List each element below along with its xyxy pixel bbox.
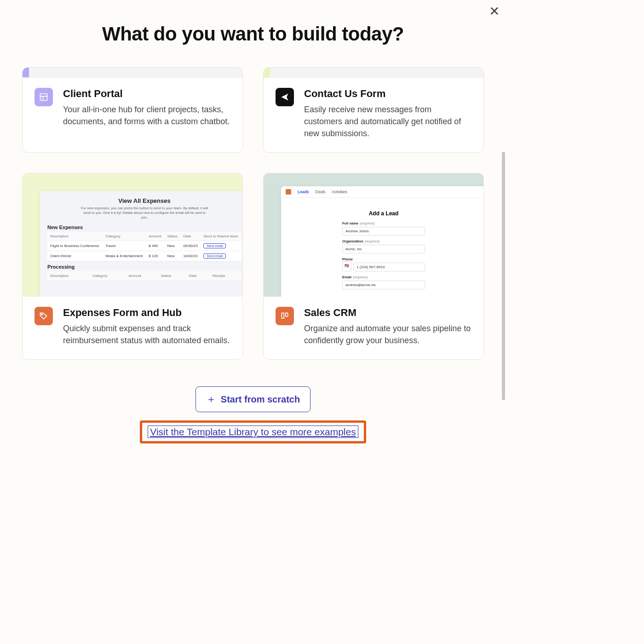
table-row: Flight to Business Conference Travel $ 4… [47,241,242,251]
template-card-client-portal[interactable]: Client Portal Your all-in-one hub for cl… [22,67,243,153]
card-description: Your all-in-one hub for client projects,… [63,104,230,127]
template-card-expenses[interactable]: View All Expenses For new expenses, you … [22,173,243,360]
preview-tabs: Leads Deals Activities [281,186,483,198]
preview-table: Description Category Amount Status Date … [47,271,242,281]
footer: ＋ Start from scratch Visit the Template … [0,386,506,443]
svg-rect-0 [40,94,47,101]
start-from-scratch-button[interactable]: ＋ Start from scratch [196,386,310,412]
send-email-button: Send email [203,253,226,259]
kanban-icon [276,307,294,325]
preview-subtext: For new expenses, you can press the butt… [80,206,209,219]
card-preview: Leads Deals Activities Add a Lead Full n… [264,173,483,297]
template-library-link[interactable]: Visit the Template Library to see more e… [148,426,358,438]
send-email-button: Send email [203,243,226,248]
plus-icon: ＋ [206,392,216,406]
card-description: Quickly submit expenses and track reimbu… [63,322,230,346]
close-icon[interactable]: ✕ [489,4,500,19]
annotation-highlight: Visit the Template Library to see more e… [140,420,366,443]
card-title: Sales CRM [304,307,472,319]
preview-table: Description Category Amount Status Date … [47,232,242,261]
app-logo-icon [286,189,291,195]
preview-heading: View All Expenses [47,197,242,204]
card-description: Organize and automate your sales pipelin… [304,322,472,346]
card-preview: View All Expenses For new expenses, you … [23,173,242,297]
svg-rect-5 [286,313,288,317]
card-description: Easily receive new messages from custome… [304,104,472,139]
card-title: Client Portal [63,88,230,100]
card-title: Contact Us Form [304,88,472,100]
page-title: What do you want to build today? [0,23,506,45]
form-title: Add a Lead [342,210,425,217]
send-icon [276,88,294,106]
tag-icon [34,307,53,325]
table-row: Client Dinner Meals & Entertainment $ 12… [47,251,242,261]
flag-icon: 🇺🇸 [342,261,351,271]
card-preview [264,68,483,78]
preview-section-label: New Expenses [47,224,242,230]
scrollbar[interactable] [502,152,505,400]
preview-section-label: Processing [47,264,242,270]
button-label: Start from scratch [221,394,300,405]
svg-rect-4 [282,313,284,319]
template-grid: Client Portal Your all-in-one hub for cl… [0,45,506,360]
card-title: Expenses Form and Hub [63,307,230,319]
card-preview [23,68,242,78]
layout-icon [34,88,53,106]
template-card-sales-crm[interactable]: Leads Deals Activities Add a Lead Full n… [263,173,484,360]
preview-form: Add a Lead Full name(required) Andrew Jo… [335,205,432,294]
svg-point-3 [41,314,43,316]
template-card-contact-us[interactable]: Contact Us Form Easily receive new messa… [263,67,484,153]
